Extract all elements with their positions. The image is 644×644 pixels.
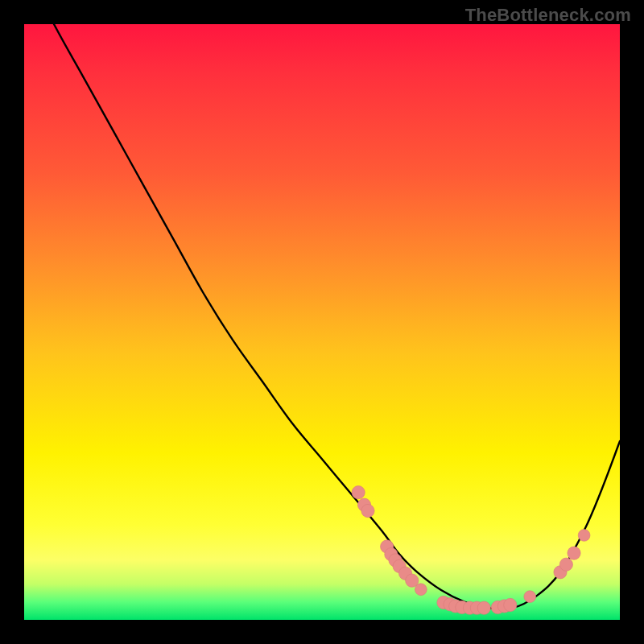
data-marker: [559, 558, 572, 571]
chart-plot-area: [24, 24, 620, 620]
data-marker: [524, 591, 536, 603]
data-marker: [504, 598, 517, 611]
data-marker: [361, 504, 374, 517]
data-marker: [477, 601, 490, 614]
data-marker: [568, 547, 580, 559]
data-marker: [578, 530, 590, 542]
chart-stage: TheBottleneck.com: [0, 0, 644, 644]
data-marker: [415, 584, 427, 596]
data-marker: [352, 486, 365, 499]
data-markers: [352, 486, 590, 615]
bottleneck-curve: [24, 24, 620, 609]
chart-svg: [24, 24, 620, 620]
watermark-text: TheBottleneck.com: [465, 5, 631, 26]
